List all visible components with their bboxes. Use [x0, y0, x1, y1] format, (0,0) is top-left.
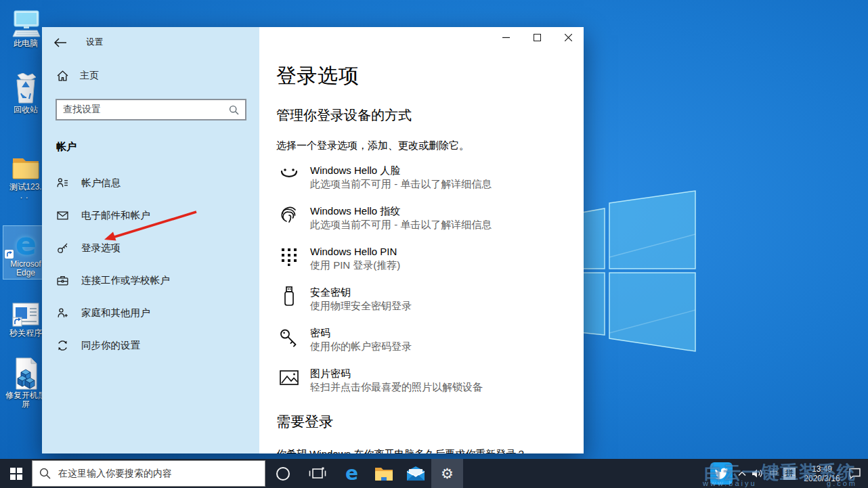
- sidebar-section-title: 帐户: [56, 141, 259, 154]
- email-icon: [57, 210, 68, 221]
- sidebar-item-label: 电子邮件和帐户: [81, 209, 150, 222]
- option-security-key[interactable]: 安全密钥 使用物理安全密钥登录: [276, 286, 557, 313]
- screen: 此电脑 回收站 测试123. .. e Microsof Edge: [0, 0, 868, 488]
- settings-window: 设置 主页 查找设置 帐户: [42, 27, 584, 453]
- option-desc: 使用你的帐户密码登录: [310, 340, 412, 353]
- add-user-icon: [57, 307, 68, 319]
- option-title: Windows Hello PIN: [310, 245, 400, 259]
- option-desc: 使用物理安全密钥登录: [310, 299, 412, 313]
- option-title: Windows Hello 人脸: [310, 164, 492, 177]
- option-desc: 轻扫并点击你最喜爱的照片以解锁设备: [310, 380, 483, 394]
- option-title: 密码: [310, 326, 412, 340]
- usb-key-icon: [278, 286, 300, 307]
- option-hello-fingerprint[interactable]: Windows Hello 指纹 此选项当前不可用 - 单击以了解详细信息: [276, 204, 557, 231]
- minimize-button[interactable]: [490, 27, 521, 48]
- option-hello-pin[interactable]: Windows Hello PIN 使用 PIN 登录(推荐): [276, 245, 557, 272]
- option-desc: 此选项当前不可用 - 单击以了解详细信息: [310, 218, 492, 231]
- cortana-icon: [276, 466, 290, 481]
- window-title: 设置: [86, 37, 103, 48]
- shortcut-arrow-icon: [5, 250, 14, 259]
- taskbar-clock[interactable]: 13:49 2020/3/16: [801, 464, 843, 483]
- option-hello-face[interactable]: Windows Hello 人脸 此选项当前不可用 - 单击以了解详细信息: [276, 164, 557, 191]
- program-window-icon: [12, 302, 40, 328]
- action-center-icon[interactable]: [848, 468, 861, 479]
- twitter-app-button[interactable]: [710, 462, 733, 485]
- taskbar-edge-button[interactable]: e: [336, 459, 368, 488]
- option-desc: 使用 PIN 登录(推荐): [310, 259, 400, 272]
- folder-icon: [10, 153, 41, 181]
- minimize-icon: [502, 34, 510, 41]
- home-label: 主页: [80, 70, 99, 82]
- page-subtitle: 管理你登录设备的方式: [276, 106, 557, 125]
- sidebar-item-account-info[interactable]: 帐户信息: [42, 167, 259, 199]
- edge-icon: e: [345, 464, 358, 483]
- volume-icon[interactable]: [752, 468, 764, 479]
- fingerprint-icon: [278, 204, 300, 226]
- file-explorer-button[interactable]: [368, 459, 399, 488]
- task-view-button[interactable]: [301, 459, 333, 488]
- option-desc: 此选项当前不可用 - 单击以了解详细信息: [310, 177, 492, 191]
- face-icon: [278, 164, 300, 185]
- edge-icon: e: [15, 229, 36, 259]
- briefcase-icon: [57, 275, 68, 286]
- sidebar-item-email-accounts[interactable]: 电子邮件和帐户: [42, 199, 259, 231]
- twitter-bird-icon: [714, 468, 729, 479]
- clock-time: 13:49: [801, 464, 843, 474]
- back-button[interactable]: [53, 38, 68, 47]
- sidebar-item-label: 同步你的设置: [81, 339, 140, 352]
- hidden-icons-chevron[interactable]: [738, 471, 746, 476]
- mail-icon: [406, 466, 425, 481]
- close-icon: [565, 34, 572, 41]
- option-title: 图片密码: [310, 367, 483, 380]
- require-signin-question: 你希望 Windows 在你离开电脑多久后要求你重新登录？: [276, 448, 557, 453]
- registry-file-icon: [12, 357, 39, 390]
- file-explorer-icon: [374, 466, 393, 482]
- option-picture-password[interactable]: 图片密码 轻扫并点击你最喜爱的照片以解锁设备: [276, 367, 557, 394]
- settings-content: 登录选项 管理你登录设备的方式 选择一个登录选项，添加、更改或删除它。 Wind…: [259, 27, 584, 453]
- taskbar-search-input[interactable]: 在这里输入你要搜索的内容: [32, 460, 265, 487]
- taskbar: 在这里输入你要搜索的内容 e: [0, 459, 868, 488]
- sidebar-item-family-users[interactable]: 家庭和其他用户: [42, 296, 259, 329]
- clock-date: 2020/3/16: [801, 474, 843, 483]
- cortana-button[interactable]: [267, 459, 299, 488]
- sync-icon: [57, 340, 68, 351]
- mail-button[interactable]: [399, 459, 431, 488]
- maximize-button[interactable]: [521, 27, 552, 48]
- search-placeholder: 查找设置: [63, 104, 101, 116]
- sidebar-item-signin-options[interactable]: 登录选项: [42, 231, 259, 264]
- account-info-icon: [57, 177, 68, 189]
- password-key-icon: [278, 326, 300, 348]
- key-icon: [57, 242, 68, 254]
- windows-start-icon: [10, 468, 22, 480]
- pin-keypad-icon: [278, 245, 300, 267]
- close-button[interactable]: [552, 27, 584, 48]
- search-icon: [229, 105, 239, 115]
- settings-taskbar-button[interactable]: ⚙: [431, 459, 463, 488]
- ime-mode-indicator[interactable]: 拼: [783, 468, 796, 480]
- recycle-bin-icon: [12, 73, 40, 104]
- task-view-icon: [309, 466, 326, 482]
- picture-icon: [278, 367, 300, 389]
- sidebar-item-label: 家庭和其他用户: [81, 307, 150, 319]
- sidebar-item-home[interactable]: 主页: [57, 70, 259, 82]
- settings-search-input[interactable]: 查找设置: [56, 99, 246, 120]
- sidebar-item-sync-settings[interactable]: 同步你的设置: [42, 329, 259, 361]
- option-password[interactable]: 密码 使用你的帐户密码登录: [276, 326, 557, 353]
- option-title: Windows Hello 指纹: [310, 204, 492, 218]
- home-icon: [57, 70, 68, 81]
- maximize-icon: [534, 34, 541, 41]
- taskbar-search-placeholder: 在这里输入你要搜索的内容: [58, 468, 172, 480]
- settings-sidebar: 设置 主页 查找设置 帐户: [42, 27, 259, 453]
- option-title: 安全密钥: [310, 286, 412, 299]
- sidebar-item-label: 连接工作或学校帐户: [81, 274, 170, 287]
- sidebar-item-label: 登录选项: [81, 242, 121, 254]
- search-icon: [39, 468, 51, 479]
- this-pc-icon: [10, 9, 41, 38]
- sidebar-item-work-school[interactable]: 连接工作或学校帐户: [42, 264, 259, 296]
- start-button[interactable]: [0, 459, 32, 488]
- sidebar-item-label: 帐户信息: [81, 177, 121, 190]
- ime-language-indicator[interactable]: 中: [769, 468, 778, 480]
- section-require-signin: 需要登录: [276, 412, 557, 431]
- page-title: 登录选项: [276, 62, 557, 90]
- gear-icon: ⚙: [441, 466, 454, 481]
